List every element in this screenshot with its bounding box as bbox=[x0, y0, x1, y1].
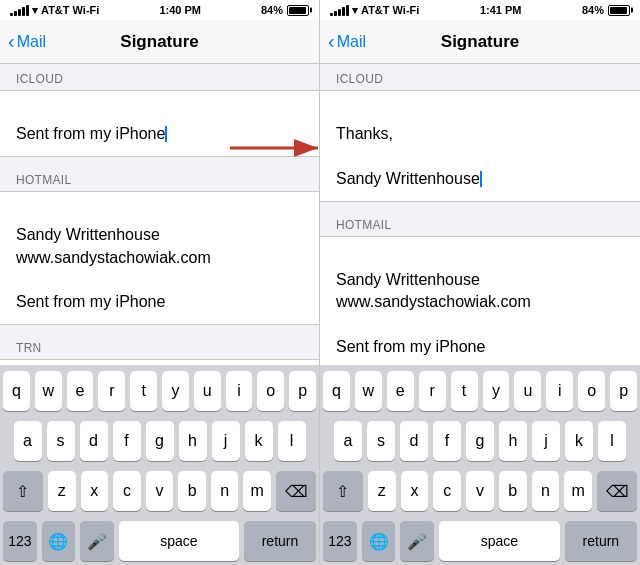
keyboard-row-3: ⇧ z x c v b n m ⌫ bbox=[3, 471, 316, 511]
wifi-icon: ▾ bbox=[32, 4, 38, 17]
left-back-button[interactable]: ‹ Mail bbox=[8, 33, 46, 51]
key-k[interactable]: k bbox=[245, 421, 273, 461]
key-f[interactable]: f bbox=[113, 421, 141, 461]
right-key-t[interactable]: t bbox=[451, 371, 478, 411]
globe-key[interactable]: 🌐 bbox=[42, 521, 76, 561]
right-key-n[interactable]: n bbox=[532, 471, 560, 511]
keyboard-row-4: 123 🌐 🎤 space return bbox=[3, 521, 316, 561]
key-c[interactable]: c bbox=[113, 471, 141, 511]
right-hotmail-header: HOTMAIL bbox=[320, 210, 640, 236]
right-hotmail-text: Sandy Writtenhousewww.sandystachowiak.co… bbox=[336, 271, 531, 355]
right-keyboard-row-4: 123 🌐 🎤 space return bbox=[323, 521, 637, 561]
key-s[interactable]: s bbox=[47, 421, 75, 461]
key-j[interactable]: j bbox=[212, 421, 240, 461]
right-key-w[interactable]: w bbox=[355, 371, 382, 411]
key-n[interactable]: n bbox=[211, 471, 239, 511]
battery-fill bbox=[289, 7, 306, 14]
key-a[interactable]: a bbox=[14, 421, 42, 461]
key-h[interactable]: h bbox=[179, 421, 207, 461]
right-key-c[interactable]: c bbox=[433, 471, 461, 511]
key-r[interactable]: r bbox=[98, 371, 125, 411]
right-key-i[interactable]: i bbox=[546, 371, 573, 411]
right-key-m[interactable]: m bbox=[564, 471, 592, 511]
key-v[interactable]: v bbox=[146, 471, 174, 511]
left-back-label: Mail bbox=[17, 33, 46, 51]
left-status-left: ▾ AT&T Wi-Fi bbox=[10, 4, 99, 17]
right-key-j[interactable]: j bbox=[532, 421, 560, 461]
right-nav-title: Signature bbox=[441, 32, 519, 52]
right-key-p[interactable]: p bbox=[610, 371, 637, 411]
right-num-key[interactable]: 123 bbox=[323, 521, 357, 561]
key-g[interactable]: g bbox=[146, 421, 174, 461]
return-key[interactable]: return bbox=[244, 521, 316, 561]
shift-key[interactable]: ⇧ bbox=[3, 471, 43, 511]
right-battery-percent: 84% bbox=[582, 4, 604, 16]
key-b[interactable]: b bbox=[178, 471, 206, 511]
right-signal-bars-icon bbox=[330, 5, 349, 16]
right-keyboard-row-1: q w e r t y u i o p bbox=[323, 371, 637, 411]
key-y[interactable]: y bbox=[162, 371, 189, 411]
right-key-a[interactable]: a bbox=[334, 421, 362, 461]
right-carrier-label: AT&T Wi-Fi bbox=[361, 4, 419, 16]
mic-key[interactable]: 🎤 bbox=[80, 521, 114, 561]
right-key-o[interactable]: o bbox=[578, 371, 605, 411]
key-z[interactable]: z bbox=[48, 471, 76, 511]
right-content: ICLOUD Thanks,Sandy Writtenhouse HOTMAIL… bbox=[320, 64, 640, 365]
right-key-x[interactable]: x bbox=[401, 471, 429, 511]
left-nav-title: Signature bbox=[120, 32, 198, 52]
right-key-g[interactable]: g bbox=[466, 421, 494, 461]
right-globe-key[interactable]: 🌐 bbox=[362, 521, 396, 561]
right-return-key[interactable]: return bbox=[565, 521, 637, 561]
right-text-cursor bbox=[480, 171, 482, 187]
right-hotmail-signature[interactable]: Sandy Writtenhousewww.sandystachowiak.co… bbox=[320, 236, 640, 365]
right-status-left: ▾ AT&T Wi-Fi bbox=[330, 4, 419, 17]
space-key[interactable]: space bbox=[119, 521, 239, 561]
key-i[interactable]: i bbox=[226, 371, 253, 411]
keyboard-row-2: a s d f g h j k l bbox=[3, 421, 316, 461]
right-icloud-text: Thanks,Sandy Writtenhouse bbox=[336, 125, 480, 187]
right-key-u[interactable]: u bbox=[514, 371, 541, 411]
key-t[interactable]: t bbox=[130, 371, 157, 411]
key-x[interactable]: x bbox=[81, 471, 109, 511]
right-key-d[interactable]: d bbox=[400, 421, 428, 461]
key-e[interactable]: e bbox=[67, 371, 94, 411]
key-l[interactable]: l bbox=[278, 421, 306, 461]
left-hotmail-text: Sandy Writtenhousewww.sandystachowiak.co… bbox=[16, 226, 211, 310]
right-key-s[interactable]: s bbox=[367, 421, 395, 461]
right-back-button[interactable]: ‹ Mail bbox=[328, 33, 366, 51]
right-key-e[interactable]: e bbox=[387, 371, 414, 411]
key-p[interactable]: p bbox=[289, 371, 316, 411]
right-key-z[interactable]: z bbox=[368, 471, 396, 511]
key-u[interactable]: u bbox=[194, 371, 221, 411]
num-key[interactable]: 123 bbox=[3, 521, 37, 561]
key-m[interactable]: m bbox=[243, 471, 271, 511]
right-mic-key[interactable]: 🎤 bbox=[400, 521, 434, 561]
right-key-y[interactable]: y bbox=[483, 371, 510, 411]
left-content: ICLOUD Sent from my iPhone HOTMAIL Sandy… bbox=[0, 64, 319, 365]
right-delete-key[interactable]: ⌫ bbox=[597, 471, 637, 511]
right-key-l[interactable]: l bbox=[598, 421, 626, 461]
right-key-b[interactable]: b bbox=[499, 471, 527, 511]
right-key-h[interactable]: h bbox=[499, 421, 527, 461]
right-key-r[interactable]: r bbox=[419, 371, 446, 411]
delete-key[interactable]: ⌫ bbox=[276, 471, 316, 511]
left-hotmail-signature[interactable]: Sandy Writtenhousewww.sandystachowiak.co… bbox=[0, 191, 319, 325]
signal-bars-icon bbox=[10, 5, 29, 16]
right-status-right: 84% bbox=[582, 4, 630, 16]
left-icloud-signature[interactable]: Sent from my iPhone bbox=[0, 90, 319, 157]
right-chevron-left-icon: ‹ bbox=[328, 31, 335, 51]
text-cursor bbox=[165, 126, 167, 142]
key-d[interactable]: d bbox=[80, 421, 108, 461]
right-key-f[interactable]: f bbox=[433, 421, 461, 461]
right-battery-fill bbox=[610, 7, 627, 14]
right-key-v[interactable]: v bbox=[466, 471, 494, 511]
key-q[interactable]: q bbox=[3, 371, 30, 411]
right-key-k[interactable]: k bbox=[565, 421, 593, 461]
right-key-q[interactable]: q bbox=[323, 371, 350, 411]
right-space-key[interactable]: space bbox=[439, 521, 559, 561]
key-o[interactable]: o bbox=[257, 371, 284, 411]
right-shift-key[interactable]: ⇧ bbox=[323, 471, 363, 511]
gap2 bbox=[0, 325, 319, 333]
right-icloud-signature[interactable]: Thanks,Sandy Writtenhouse bbox=[320, 90, 640, 202]
key-w[interactable]: w bbox=[35, 371, 62, 411]
